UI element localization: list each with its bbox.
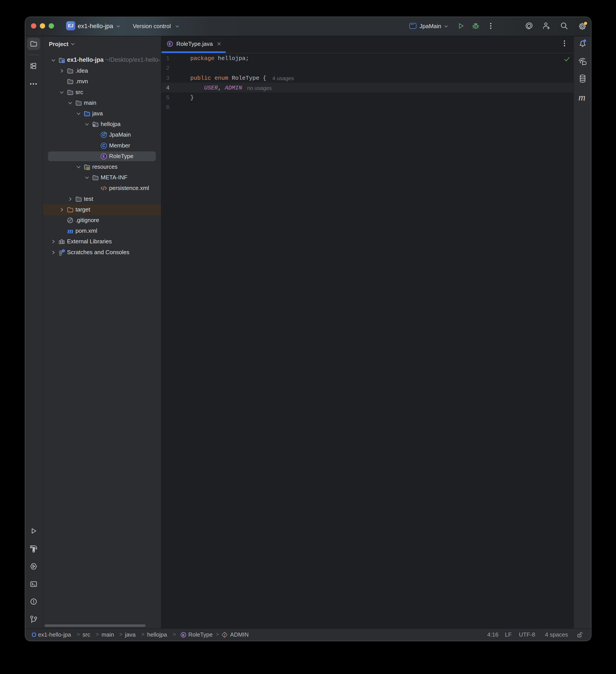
svg-text:C: C	[103, 143, 105, 148]
svg-text:E: E	[169, 42, 171, 46]
svg-text:m: m	[67, 227, 73, 235]
svg-text:E: E	[103, 154, 105, 158]
svg-text:E: E	[182, 633, 184, 637]
